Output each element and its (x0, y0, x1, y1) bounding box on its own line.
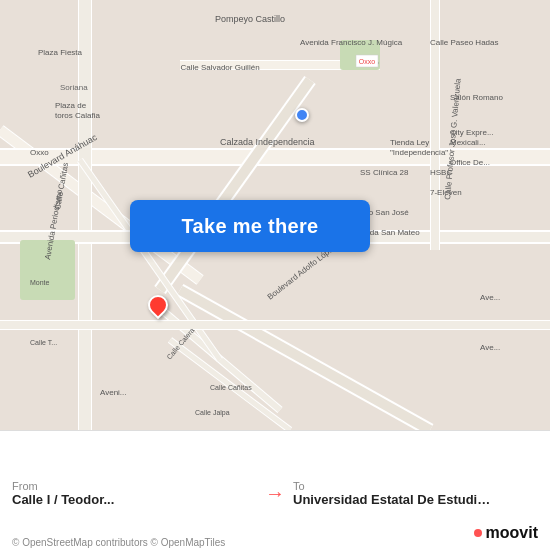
svg-text:Monte: Monte (30, 279, 50, 286)
svg-text:Pompeyo Castillo: Pompeyo Castillo (215, 14, 285, 24)
svg-rect-24 (0, 321, 550, 329)
route-arrow: → (257, 482, 293, 505)
moovit-label: moovit (486, 524, 538, 542)
from-label: From (12, 480, 257, 492)
svg-text:Ave...: Ave... (480, 343, 500, 352)
take-me-there-button[interactable]: Take me there (130, 200, 370, 252)
moovit-logo: moovit (474, 524, 538, 542)
svg-text:Calle Cañitas: Calle Cañitas (210, 384, 252, 391)
svg-text:Oxxo: Oxxo (359, 58, 375, 65)
svg-text:"Independencia": "Independencia" (390, 148, 448, 157)
svg-text:Aveni...: Aveni... (100, 388, 127, 397)
to-label: To (293, 480, 538, 492)
attribution-text: © OpenStreetMap contributors © OpenMapTi… (12, 537, 225, 548)
svg-text:Calzada Independencia: Calzada Independencia (220, 137, 315, 147)
origin-marker (295, 108, 309, 122)
svg-text:Plaza Fiesta: Plaza Fiesta (38, 48, 83, 57)
svg-text:SS Clínica 28: SS Clínica 28 (360, 168, 409, 177)
svg-text:Calle Salvador Guillén: Calle Salvador Guillén (180, 63, 259, 72)
svg-text:Calle Jalpa: Calle Jalpa (195, 409, 230, 417)
svg-text:Tienda Ley: Tienda Ley (390, 138, 429, 147)
bottom-bar: From Calle I / Teodor... → To Universida… (0, 430, 550, 550)
svg-text:Plaza de: Plaza de (55, 101, 87, 110)
svg-text:Ave...: Ave... (480, 293, 500, 302)
svg-text:Soriana: Soriana (60, 83, 88, 92)
svg-text:7-Eleven: 7-Eleven (430, 188, 462, 197)
map-area: Pompeyo Castillo Avenida Francisco J. Mú… (0, 0, 550, 430)
svg-text:Oxxo: Oxxo (30, 148, 49, 157)
svg-text:Avenida Francisco J. Múgica: Avenida Francisco J. Múgica (300, 38, 403, 47)
svg-text:Office De...: Office De... (450, 158, 490, 167)
from-block: From Calle I / Teodor... (12, 480, 257, 507)
destination-marker (148, 295, 168, 315)
from-name: Calle I / Teodor... (12, 492, 212, 507)
svg-text:Calle Paseo Hadas: Calle Paseo Hadas (430, 38, 498, 47)
svg-rect-8 (79, 0, 91, 430)
to-block: To Universidad Estatal De Estudios ... (293, 480, 538, 507)
route-info: From Calle I / Teodor... → To Universida… (12, 470, 538, 511)
to-name: Universidad Estatal De Estudios ... (293, 492, 493, 507)
moovit-dot-icon (474, 529, 482, 537)
take-me-there-label: Take me there (182, 215, 319, 238)
svg-text:Calle T...: Calle T... (30, 339, 57, 346)
svg-text:toros Calafia: toros Calafia (55, 111, 100, 120)
